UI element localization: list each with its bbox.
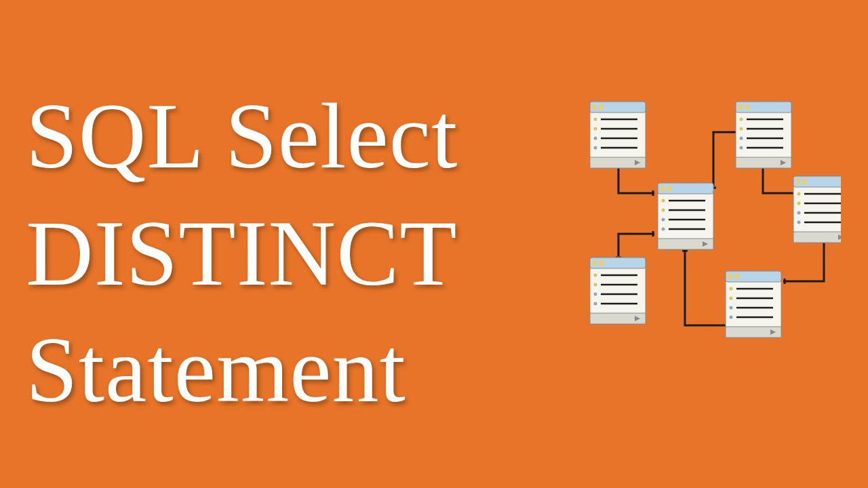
connector-line [783, 241, 824, 281]
database-table-icon [658, 183, 713, 249]
database-table-icon [736, 102, 791, 168]
database-schema-diagram [556, 95, 841, 380]
diagram-svg [556, 95, 841, 380]
connector-line [618, 168, 654, 193]
database-table-icon [726, 271, 781, 338]
title-line-1: SQL Select [26, 78, 458, 195]
title-line-2: DISTINCT [26, 195, 458, 312]
database-table-icon [590, 258, 646, 324]
title-line-3: Statement [26, 312, 458, 429]
connector-line [713, 132, 739, 186]
database-table-icon [793, 176, 841, 243]
main-title: SQL Select DISTINCT Statement [26, 78, 458, 429]
connector-line [618, 234, 654, 256]
database-table-icon [590, 102, 646, 168]
